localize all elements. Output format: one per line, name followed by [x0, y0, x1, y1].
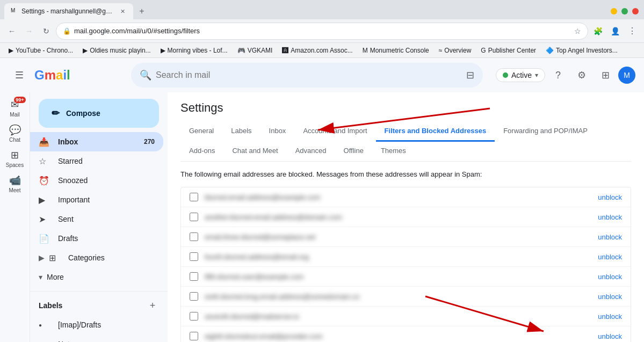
chat-icon: 💬: [9, 124, 21, 136]
bookmark-vgkami[interactable]: 🎮 VGKAMI: [233, 46, 277, 55]
tab-accounts-import[interactable]: Accounts and Import: [294, 121, 375, 142]
sidebar-item-inbox[interactable]: 📥 Inbox 270: [30, 132, 163, 151]
table-row: fourth.blurred.address@email.org unblock: [181, 247, 631, 267]
bookmark-star-icon[interactable]: ☆: [574, 27, 581, 35]
settings-button[interactable]: ⚙: [571, 64, 592, 86]
address-bar[interactable]: 🔒 mail.google.com/mail/u/0/#settings/fil…: [56, 23, 588, 40]
tab-labels[interactable]: Labels: [222, 121, 260, 142]
sidebar-label-imap-drafts[interactable]: ● [Imap]/Drafts: [30, 315, 163, 334]
blocked-checkbox[interactable]: [190, 213, 198, 221]
back-button[interactable]: ←: [4, 24, 19, 39]
main-sidebar: ✏ Compose 📥 Inbox 270 ☆ Starred ⏰ Snooze…: [30, 92, 168, 342]
unblock-button[interactable]: unblock: [598, 213, 622, 221]
toolbar-actions: 🧩 👤 ⋮: [590, 24, 640, 39]
bookmark-publisher[interactable]: G Publisher Center: [476, 46, 540, 55]
blocked-email: fifth.blurred.user@example.com: [205, 273, 591, 281]
blocked-email: eighth.blurredout.email@provider.com: [205, 332, 591, 340]
tab-offline[interactable]: Offline: [335, 141, 372, 162]
chrome-menu-button[interactable]: ⋮: [625, 24, 640, 39]
sidebar-item-drafts[interactable]: 📄 Drafts: [30, 229, 163, 248]
sidebar-item-sent[interactable]: ➤ Sent: [30, 209, 163, 229]
tab-title: Settings - marshallgunnell@gm...: [21, 8, 115, 15]
reload-button[interactable]: ↻: [39, 24, 54, 39]
minimize-button[interactable]: [611, 8, 617, 14]
important-icon: ▶: [39, 195, 49, 205]
sidebar-item-snoozed[interactable]: ⏰ Snoozed: [30, 171, 163, 190]
filter-icon[interactable]: ⊟: [466, 69, 474, 81]
blocked-email: another.blurred.email.address@domain.com: [205, 213, 591, 221]
blocked-checkbox[interactable]: [190, 292, 198, 301]
forward-button[interactable]: →: [21, 24, 37, 39]
drafts-icon: 📄: [39, 234, 49, 244]
bookmark-amazon[interactable]: 🅰 Amazon.com Assoc...: [278, 46, 357, 55]
sent-icon: ➤: [39, 214, 49, 224]
unblock-button[interactable]: unblock: [598, 253, 622, 261]
bookmark-oldies[interactable]: ▶ Oldies music playin...: [78, 46, 155, 55]
tab-themes[interactable]: Themes: [372, 141, 415, 162]
blocked-checkbox[interactable]: [190, 193, 198, 201]
tab-advanced[interactable]: Advanced: [287, 141, 335, 162]
unblock-button[interactable]: unblock: [598, 293, 622, 301]
unblock-button[interactable]: unblock: [598, 312, 622, 321]
compose-button[interactable]: ✏ Compose: [39, 99, 159, 128]
blocked-email: email.three.blurred@someplace.net: [205, 233, 591, 241]
unblock-button[interactable]: unblock: [598, 233, 622, 241]
blocked-checkbox[interactable]: [190, 332, 198, 340]
browser-chrome: M Settings - marshallgunnell@gm... ✕ + ←…: [0, 0, 644, 58]
chat-item-spaces[interactable]: ⊞ Spaces: [2, 147, 28, 170]
table-row: eighth.blurredout.email@provider.com unb…: [181, 326, 631, 342]
bookmark-overview[interactable]: ≈ Overview: [435, 46, 476, 55]
maximize-button[interactable]: [621, 8, 628, 14]
gmail-logo: Gmail: [34, 68, 70, 83]
mail-badge: 99+: [14, 97, 25, 103]
apps-button[interactable]: ⊞: [595, 64, 616, 86]
blocked-email: fourth.blurred.address@email.org: [205, 253, 591, 261]
blocked-checkbox[interactable]: [190, 272, 198, 281]
bookmark-monumetric[interactable]: M Monumetric Console: [358, 46, 433, 55]
avatar[interactable]: M: [618, 67, 635, 84]
active-status-badge[interactable]: Active ▾: [496, 68, 545, 82]
search-input[interactable]: [156, 70, 462, 80]
bookmark-morning[interactable]: ▶ Morning vibes - Lof...: [156, 46, 232, 55]
label-imap-text: [Imap]/Drafts: [58, 321, 155, 329]
gmail-body: ✉ 99+ Mail 💬 Chat ⊞ Spaces 📹 Meet ✏ Comp…: [0, 92, 644, 342]
unblock-button[interactable]: unblock: [598, 273, 622, 281]
unblock-button[interactable]: unblock: [598, 332, 622, 340]
sidebar-more[interactable]: ▾ More: [30, 267, 163, 287]
chat-item-mail[interactable]: ✉ 99+ Mail: [2, 97, 28, 120]
extensions-button[interactable]: 🧩: [590, 24, 605, 39]
tab-addons[interactable]: Add-ons: [180, 141, 223, 162]
bookmark-youtube[interactable]: ▶ YouTube - Chrono...: [4, 46, 77, 55]
hamburger-menu[interactable]: ☰: [9, 64, 30, 86]
tab-general[interactable]: General: [180, 121, 222, 142]
profile-button[interactable]: 👤: [607, 24, 623, 39]
tab-inbox[interactable]: Inbox: [261, 121, 295, 142]
help-button[interactable]: ?: [547, 64, 569, 86]
sidebar-divider: [30, 291, 168, 292]
categories-icon: ⊞: [49, 253, 60, 263]
blocked-checkbox[interactable]: [190, 312, 198, 321]
chat-item-meet[interactable]: 📹 Meet: [2, 172, 28, 195]
tab-chat-meet[interactable]: Chat and Meet: [223, 141, 286, 162]
gmail-app: ☰ Gmail 🔍 ⊟ Active ▾ ? ⚙ ⊞ M: [0, 58, 644, 342]
bookmark-angel[interactable]: 🔷 Top Angel Investors...: [541, 46, 622, 55]
tab-forwarding[interactable]: Forwarding and POP/IMAP: [495, 121, 596, 142]
unblock-button[interactable]: unblock: [598, 193, 622, 201]
tab-favicon: M: [11, 8, 18, 15]
active-tab[interactable]: M Settings - marshallgunnell@gm... ✕: [4, 3, 133, 19]
sidebar-categories[interactable]: ▶ ⊞ Categories: [30, 248, 163, 267]
important-label: Important: [58, 195, 155, 204]
url-text: mail.google.com/mail/u/0/#settings/filte…: [74, 27, 571, 35]
blocked-checkbox[interactable]: [190, 252, 198, 261]
sidebar-item-starred[interactable]: ☆ Starred: [30, 151, 163, 171]
sidebar-label-notes[interactable]: ● Notes: [30, 334, 163, 342]
add-label-button[interactable]: +: [146, 299, 159, 312]
new-tab-button[interactable]: +: [135, 5, 148, 18]
search-bar[interactable]: 🔍 ⊟: [131, 63, 483, 88]
sidebar-item-important[interactable]: ▶ Important: [30, 190, 163, 209]
close-button[interactable]: [632, 8, 639, 14]
tab-filters-blocked[interactable]: Filters and Blocked Addresses: [376, 121, 495, 142]
blocked-checkbox[interactable]: [190, 232, 198, 241]
chat-item-chat[interactable]: 💬 Chat: [2, 122, 28, 145]
close-tab-icon[interactable]: ✕: [118, 7, 127, 16]
